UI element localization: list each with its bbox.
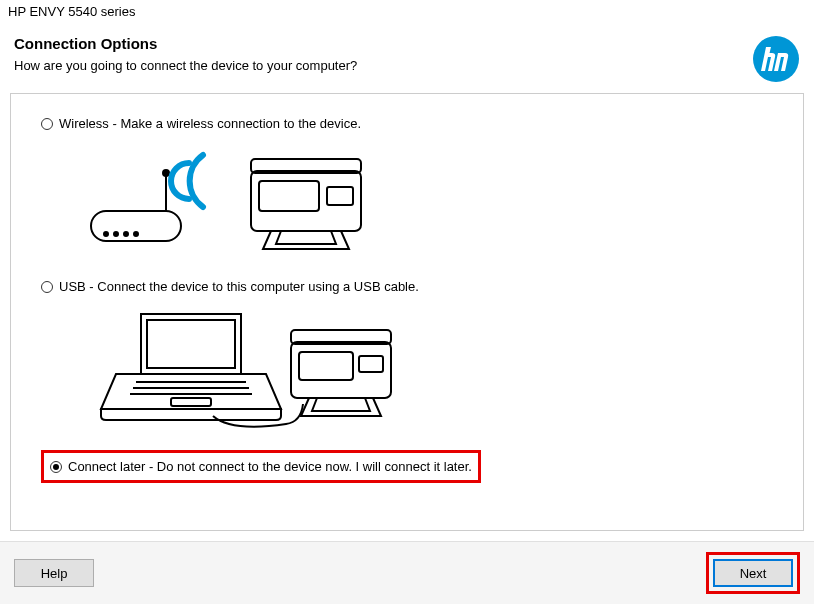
wireless-illustration — [81, 141, 773, 259]
radio-connect-later[interactable]: Connect later - Do not connect to the de… — [50, 457, 472, 476]
option-usb-label: USB - Connect the device to this compute… — [59, 279, 419, 294]
svg-point-5 — [134, 232, 138, 236]
page-title: Connection Options — [14, 35, 357, 52]
option-later-label: Connect later - Do not connect to the de… — [68, 459, 472, 474]
help-button[interactable]: Help — [14, 559, 94, 587]
usb-illustration — [81, 304, 773, 432]
radio-usb[interactable]: USB - Connect the device to this compute… — [41, 277, 773, 296]
svg-rect-10 — [259, 181, 319, 211]
svg-rect-16 — [291, 342, 391, 398]
window-title: HP ENVY 5540 series — [0, 0, 814, 23]
radio-icon — [50, 461, 62, 473]
svg-rect-19 — [359, 356, 383, 372]
radio-wireless[interactable]: Wireless - Make a wireless connection to… — [41, 114, 773, 133]
radio-icon — [41, 118, 53, 130]
svg-point-7 — [163, 170, 169, 176]
next-button[interactable]: Next — [713, 559, 793, 587]
highlight-annotation: Connect later - Do not connect to the de… — [41, 450, 481, 483]
svg-point-3 — [114, 232, 118, 236]
installer-window: HP ENVY 5540 series Connection Options H… — [0, 0, 814, 604]
svg-rect-11 — [327, 187, 353, 205]
svg-point-4 — [124, 232, 128, 236]
svg-rect-15 — [171, 398, 211, 406]
page-subtitle: How are you going to connect the device … — [14, 58, 357, 73]
hp-logo-icon — [752, 35, 800, 83]
option-wireless: Wireless - Make a wireless connection to… — [41, 114, 773, 259]
header-text: Connection Options How are you going to … — [14, 35, 357, 73]
footer: Help Next — [0, 541, 814, 604]
option-usb: USB - Connect the device to this compute… — [41, 277, 773, 432]
radio-icon — [41, 281, 53, 293]
option-wireless-label: Wireless - Make a wireless connection to… — [59, 116, 361, 131]
option-connect-later: Connect later - Do not connect to the de… — [41, 450, 773, 483]
header: Connection Options How are you going to … — [0, 23, 814, 93]
svg-point-2 — [104, 232, 108, 236]
content-panel: Wireless - Make a wireless connection to… — [10, 93, 804, 531]
highlight-annotation: Next — [706, 552, 800, 594]
svg-point-0 — [753, 36, 799, 82]
svg-rect-18 — [299, 352, 353, 380]
